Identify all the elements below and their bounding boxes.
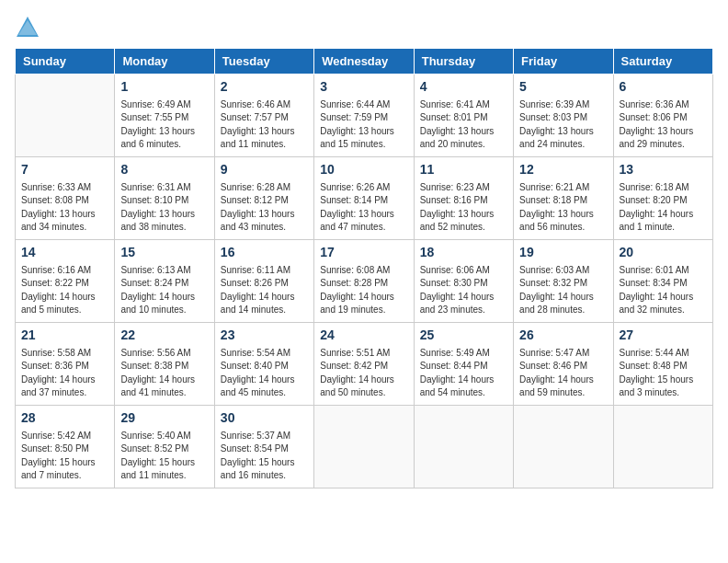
day-number: 16: [221, 244, 308, 262]
day-info: Sunrise: 6:39 AMSunset: 8:03 PMDaylight:…: [519, 98, 607, 152]
calendar-cell: 22Sunrise: 5:56 AMSunset: 8:38 PMDayligh…: [115, 323, 214, 406]
day-number: 22: [120, 327, 208, 345]
day-info: Sunrise: 5:42 AMSunset: 8:50 PMDaylight:…: [21, 430, 108, 483]
calendar-cell: 3Sunrise: 6:44 AMSunset: 7:59 PMDaylight…: [314, 75, 414, 157]
calendar-cell: 23Sunrise: 5:54 AMSunset: 8:40 PMDayligh…: [214, 323, 313, 406]
day-number: 28: [21, 409, 108, 428]
day-info: Sunrise: 5:56 AMSunset: 8:38 PMDaylight:…: [120, 347, 208, 400]
day-info: Sunrise: 6:31 AMSunset: 8:10 PMDaylight:…: [120, 181, 208, 235]
calendar-week-1: 1Sunrise: 6:49 AMSunset: 7:55 PMDaylight…: [16, 75, 713, 157]
calendar-cell: 4Sunrise: 6:41 AMSunset: 8:01 PMDaylight…: [414, 75, 513, 157]
day-info: Sunrise: 5:40 AMSunset: 8:52 PMDaylight:…: [120, 430, 208, 483]
day-info: Sunrise: 5:51 AMSunset: 8:42 PMDaylight:…: [320, 347, 407, 400]
header-friday: Friday: [514, 49, 613, 75]
day-number: 5: [519, 78, 607, 97]
calendar-cell: [314, 406, 414, 488]
calendar-cell: 25Sunrise: 5:49 AMSunset: 8:44 PMDayligh…: [414, 323, 513, 406]
day-number: 3: [320, 78, 407, 97]
day-number: 10: [320, 161, 407, 179]
day-number: 15: [120, 244, 208, 262]
calendar-cell: 28Sunrise: 5:42 AMSunset: 8:50 PMDayligh…: [16, 406, 115, 488]
day-number: 11: [420, 161, 507, 179]
calendar-week-3: 14Sunrise: 6:16 AMSunset: 8:22 PMDayligh…: [16, 240, 713, 323]
day-number: 26: [519, 327, 607, 345]
day-number: 29: [120, 409, 208, 428]
day-number: 1: [120, 78, 208, 97]
calendar-cell: [613, 406, 712, 488]
day-number: 24: [320, 327, 407, 345]
day-number: 13: [620, 161, 707, 179]
day-info: Sunrise: 5:49 AMSunset: 8:44 PMDaylight:…: [420, 347, 507, 400]
day-number: 12: [519, 161, 607, 179]
logo-icon: [15, 15, 40, 40]
calendar-cell: 16Sunrise: 6:11 AMSunset: 8:26 PMDayligh…: [214, 240, 313, 323]
calendar-cell: 1Sunrise: 6:49 AMSunset: 7:55 PMDaylight…: [115, 75, 214, 157]
day-info: Sunrise: 5:58 AMSunset: 8:36 PMDaylight:…: [21, 347, 108, 400]
calendar-cell: 5Sunrise: 6:39 AMSunset: 8:03 PMDaylight…: [514, 75, 613, 157]
day-number: 14: [21, 244, 108, 262]
header-sunday: Sunday: [16, 49, 115, 75]
calendar-week-5: 28Sunrise: 5:42 AMSunset: 8:50 PMDayligh…: [16, 406, 713, 488]
day-info: Sunrise: 6:26 AMSunset: 8:14 PMDaylight:…: [320, 181, 407, 235]
day-number: 23: [221, 327, 308, 345]
day-info: Sunrise: 6:08 AMSunset: 8:28 PMDaylight:…: [320, 264, 407, 317]
calendar-header-row: SundayMondayTuesdayWednesdayThursdayFrid…: [16, 49, 713, 75]
day-info: Sunrise: 6:36 AMSunset: 8:06 PMDaylight:…: [620, 98, 707, 152]
day-number: 20: [620, 244, 707, 262]
calendar-cell: [16, 75, 115, 157]
calendar-cell: 9Sunrise: 6:28 AMSunset: 8:12 PMDaylight…: [214, 157, 313, 240]
day-number: 7: [21, 161, 108, 179]
day-number: 30: [221, 409, 308, 428]
day-info: Sunrise: 5:44 AMSunset: 8:48 PMDaylight:…: [620, 347, 707, 400]
day-number: 8: [120, 161, 208, 179]
calendar-cell: 20Sunrise: 6:01 AMSunset: 8:34 PMDayligh…: [613, 240, 712, 323]
logo: [15, 15, 44, 40]
day-number: 18: [420, 244, 507, 262]
day-number: 6: [620, 78, 707, 97]
calendar-cell: [514, 406, 613, 488]
calendar-cell: 12Sunrise: 6:21 AMSunset: 8:18 PMDayligh…: [514, 157, 613, 240]
day-info: Sunrise: 6:49 AMSunset: 7:55 PMDaylight:…: [120, 98, 208, 152]
day-number: 19: [519, 244, 607, 262]
day-info: Sunrise: 5:47 AMSunset: 8:46 PMDaylight:…: [519, 347, 607, 400]
calendar-cell: 6Sunrise: 6:36 AMSunset: 8:06 PMDaylight…: [613, 75, 712, 157]
day-info: Sunrise: 6:41 AMSunset: 8:01 PMDaylight:…: [420, 98, 507, 152]
calendar-cell: 8Sunrise: 6:31 AMSunset: 8:10 PMDaylight…: [115, 157, 214, 240]
calendar-week-2: 7Sunrise: 6:33 AMSunset: 8:08 PMDaylight…: [16, 157, 713, 240]
header-monday: Monday: [115, 49, 214, 75]
day-info: Sunrise: 6:11 AMSunset: 8:26 PMDaylight:…: [221, 264, 308, 317]
calendar-cell: 11Sunrise: 6:23 AMSunset: 8:16 PMDayligh…: [414, 157, 513, 240]
header-saturday: Saturday: [613, 49, 712, 75]
calendar-cell: 17Sunrise: 6:08 AMSunset: 8:28 PMDayligh…: [314, 240, 414, 323]
calendar-cell: 30Sunrise: 5:37 AMSunset: 8:54 PMDayligh…: [214, 406, 313, 488]
day-number: 25: [420, 327, 507, 345]
calendar-cell: 24Sunrise: 5:51 AMSunset: 8:42 PMDayligh…: [314, 323, 414, 406]
day-info: Sunrise: 5:37 AMSunset: 8:54 PMDaylight:…: [221, 430, 308, 483]
svg-marker-1: [18, 20, 37, 35]
calendar-cell: 18Sunrise: 6:06 AMSunset: 8:30 PMDayligh…: [414, 240, 513, 323]
day-info: Sunrise: 6:46 AMSunset: 7:57 PMDaylight:…: [221, 98, 308, 152]
day-info: Sunrise: 6:21 AMSunset: 8:18 PMDaylight:…: [519, 181, 607, 235]
day-number: 2: [221, 78, 308, 97]
day-info: Sunrise: 6:28 AMSunset: 8:12 PMDaylight:…: [221, 181, 308, 235]
day-info: Sunrise: 6:01 AMSunset: 8:34 PMDaylight:…: [620, 264, 707, 317]
day-number: 9: [221, 161, 308, 179]
calendar-cell: 14Sunrise: 6:16 AMSunset: 8:22 PMDayligh…: [16, 240, 115, 323]
day-info: Sunrise: 6:16 AMSunset: 8:22 PMDaylight:…: [21, 264, 108, 317]
day-info: Sunrise: 6:03 AMSunset: 8:32 PMDaylight:…: [519, 264, 607, 317]
header-thursday: Thursday: [414, 49, 513, 75]
calendar-cell: 15Sunrise: 6:13 AMSunset: 8:24 PMDayligh…: [115, 240, 214, 323]
calendar-cell: 27Sunrise: 5:44 AMSunset: 8:48 PMDayligh…: [613, 323, 712, 406]
header-wednesday: Wednesday: [314, 49, 414, 75]
calendar-week-4: 21Sunrise: 5:58 AMSunset: 8:36 PMDayligh…: [16, 323, 713, 406]
calendar-cell: 2Sunrise: 6:46 AMSunset: 7:57 PMDaylight…: [214, 75, 313, 157]
day-number: 27: [620, 327, 707, 345]
calendar-cell: 19Sunrise: 6:03 AMSunset: 8:32 PMDayligh…: [514, 240, 613, 323]
day-number: 17: [320, 244, 407, 262]
calendar-table: SundayMondayTuesdayWednesdayThursdayFrid…: [15, 48, 713, 488]
calendar-cell: 10Sunrise: 6:26 AMSunset: 8:14 PMDayligh…: [314, 157, 414, 240]
calendar-cell: 29Sunrise: 5:40 AMSunset: 8:52 PMDayligh…: [115, 406, 214, 488]
day-info: Sunrise: 6:06 AMSunset: 8:30 PMDaylight:…: [420, 264, 507, 317]
calendar-cell: 26Sunrise: 5:47 AMSunset: 8:46 PMDayligh…: [514, 323, 613, 406]
calendar-cell: 13Sunrise: 6:18 AMSunset: 8:20 PMDayligh…: [613, 157, 712, 240]
